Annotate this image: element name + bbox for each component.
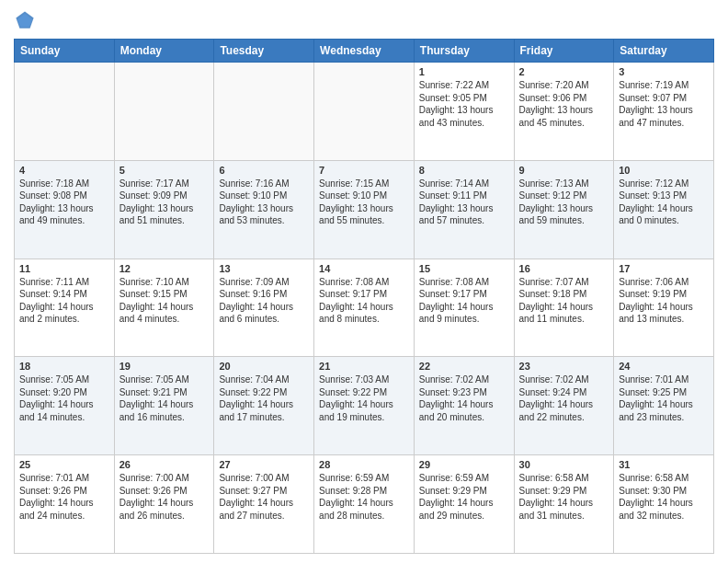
calendar-cell: 17Sunrise: 7:06 AM Sunset: 9:19 PM Dayli… (614, 259, 714, 357)
day-number: 12 (119, 263, 210, 274)
day-number: 28 (319, 459, 409, 470)
day-number: 27 (219, 459, 309, 470)
day-number: 14 (319, 263, 409, 274)
day-number: 29 (419, 459, 509, 470)
day-info: Sunrise: 7:17 AM Sunset: 9:09 PM Dayligh… (119, 178, 210, 227)
calendar-header-row: SundayMondayTuesdayWednesdayThursdayFrid… (15, 40, 714, 63)
calendar-cell: 31Sunrise: 6:58 AM Sunset: 9:30 PM Dayli… (614, 455, 714, 554)
day-number: 1 (419, 66, 509, 77)
calendar-header-wednesday: Wednesday (314, 40, 415, 63)
day-number: 10 (619, 165, 709, 176)
day-info: Sunrise: 7:02 AM Sunset: 9:23 PM Dayligh… (419, 373, 509, 423)
day-info: Sunrise: 7:00 AM Sunset: 9:27 PM Dayligh… (219, 472, 309, 522)
calendar-header-sunday: Sunday (15, 40, 115, 63)
calendar-header-tuesday: Tuesday (214, 40, 314, 63)
day-info: Sunrise: 7:08 AM Sunset: 9:17 PM Dayligh… (419, 276, 509, 326)
calendar-cell: 6Sunrise: 7:16 AM Sunset: 9:10 PM Daylig… (214, 160, 314, 259)
day-info: Sunrise: 7:06 AM Sunset: 9:19 PM Dayligh… (619, 276, 709, 326)
calendar-cell: 1Sunrise: 7:22 AM Sunset: 9:05 PM Daylig… (414, 63, 514, 161)
day-info: Sunrise: 7:11 AM Sunset: 9:14 PM Dayligh… (19, 276, 109, 326)
day-info: Sunrise: 7:01 AM Sunset: 9:26 PM Dayligh… (19, 472, 109, 522)
calendar-table: SundayMondayTuesdayWednesdayThursdayFrid… (14, 39, 714, 554)
logo-icon (14, 9, 36, 31)
calendar-header-monday: Monday (114, 40, 214, 63)
day-number: 15 (419, 263, 509, 274)
calendar-cell (214, 63, 314, 161)
calendar-cell: 30Sunrise: 6:58 AM Sunset: 9:29 PM Dayli… (514, 455, 614, 554)
day-info: Sunrise: 6:58 AM Sunset: 9:30 PM Dayligh… (619, 472, 709, 522)
day-info: Sunrise: 7:10 AM Sunset: 9:15 PM Dayligh… (119, 276, 210, 326)
day-number: 31 (619, 459, 709, 470)
calendar-cell: 2Sunrise: 7:20 AM Sunset: 9:06 PM Daylig… (514, 63, 614, 161)
calendar-cell: 14Sunrise: 7:08 AM Sunset: 9:17 PM Dayli… (314, 259, 415, 357)
day-info: Sunrise: 7:05 AM Sunset: 9:21 PM Dayligh… (119, 373, 210, 423)
day-info: Sunrise: 7:14 AM Sunset: 9:11 PM Dayligh… (419, 178, 509, 227)
calendar-cell: 23Sunrise: 7:02 AM Sunset: 9:24 PM Dayli… (514, 357, 614, 455)
logo (14, 9, 40, 31)
calendar-cell: 13Sunrise: 7:09 AM Sunset: 9:16 PM Dayli… (214, 259, 314, 357)
day-number: 6 (219, 165, 309, 176)
calendar-header-saturday: Saturday (614, 40, 714, 63)
day-number: 4 (19, 165, 109, 176)
day-info: Sunrise: 7:15 AM Sunset: 9:10 PM Dayligh… (319, 178, 409, 227)
day-info: Sunrise: 7:05 AM Sunset: 9:20 PM Dayligh… (19, 373, 109, 423)
day-number: 22 (419, 361, 509, 372)
day-number: 23 (519, 361, 609, 372)
calendar-cell: 9Sunrise: 7:13 AM Sunset: 9:12 PM Daylig… (514, 160, 614, 259)
calendar-cell (15, 63, 115, 161)
day-info: Sunrise: 7:02 AM Sunset: 9:24 PM Dayligh… (519, 373, 609, 423)
calendar-cell: 25Sunrise: 7:01 AM Sunset: 9:26 PM Dayli… (15, 455, 115, 554)
day-info: Sunrise: 7:12 AM Sunset: 9:13 PM Dayligh… (619, 178, 709, 227)
week-row-3: 11Sunrise: 7:11 AM Sunset: 9:14 PM Dayli… (15, 259, 714, 357)
header (14, 9, 714, 31)
day-info: Sunrise: 7:03 AM Sunset: 9:22 PM Dayligh… (319, 373, 409, 423)
calendar-cell: 24Sunrise: 7:01 AM Sunset: 9:25 PM Dayli… (614, 357, 714, 455)
day-info: Sunrise: 6:58 AM Sunset: 9:29 PM Dayligh… (519, 472, 609, 522)
day-number: 13 (219, 263, 309, 274)
day-info: Sunrise: 7:16 AM Sunset: 9:10 PM Dayligh… (219, 178, 309, 227)
calendar-cell: 8Sunrise: 7:14 AM Sunset: 9:11 PM Daylig… (414, 160, 514, 259)
week-row-5: 25Sunrise: 7:01 AM Sunset: 9:26 PM Dayli… (15, 455, 714, 554)
calendar-cell: 12Sunrise: 7:10 AM Sunset: 9:15 PM Dayli… (114, 259, 214, 357)
calendar-header-thursday: Thursday (414, 40, 514, 63)
day-number: 21 (319, 361, 409, 372)
calendar-cell (114, 63, 214, 161)
calendar-cell: 26Sunrise: 7:00 AM Sunset: 9:26 PM Dayli… (114, 455, 214, 554)
calendar-cell: 27Sunrise: 7:00 AM Sunset: 9:27 PM Dayli… (214, 455, 314, 554)
calendar-cell: 7Sunrise: 7:15 AM Sunset: 9:10 PM Daylig… (314, 160, 415, 259)
day-number: 8 (419, 165, 509, 176)
calendar-cell: 19Sunrise: 7:05 AM Sunset: 9:21 PM Dayli… (114, 357, 214, 455)
calendar-cell: 18Sunrise: 7:05 AM Sunset: 9:20 PM Dayli… (15, 357, 115, 455)
day-number: 25 (19, 459, 109, 470)
day-number: 26 (119, 459, 210, 470)
calendar-cell: 5Sunrise: 7:17 AM Sunset: 9:09 PM Daylig… (114, 160, 214, 259)
day-info: Sunrise: 7:20 AM Sunset: 9:06 PM Dayligh… (519, 79, 609, 129)
day-number: 9 (519, 165, 609, 176)
day-number: 7 (319, 165, 409, 176)
week-row-1: 1Sunrise: 7:22 AM Sunset: 9:05 PM Daylig… (15, 63, 714, 161)
calendar-cell: 29Sunrise: 6:59 AM Sunset: 9:29 PM Dayli… (414, 455, 514, 554)
calendar-cell: 16Sunrise: 7:07 AM Sunset: 9:18 PM Dayli… (514, 259, 614, 357)
calendar-cell: 28Sunrise: 6:59 AM Sunset: 9:28 PM Dayli… (314, 455, 415, 554)
calendar-cell: 22Sunrise: 7:02 AM Sunset: 9:23 PM Dayli… (414, 357, 514, 455)
day-info: Sunrise: 6:59 AM Sunset: 9:29 PM Dayligh… (419, 472, 509, 522)
day-number: 17 (619, 263, 709, 274)
day-info: Sunrise: 7:13 AM Sunset: 9:12 PM Dayligh… (519, 178, 609, 227)
page: SundayMondayTuesdayWednesdayThursdayFrid… (0, 0, 728, 563)
day-info: Sunrise: 7:01 AM Sunset: 9:25 PM Dayligh… (619, 373, 709, 423)
calendar-header-friday: Friday (514, 40, 614, 63)
calendar-cell: 20Sunrise: 7:04 AM Sunset: 9:22 PM Dayli… (214, 357, 314, 455)
day-number: 3 (619, 66, 709, 77)
day-number: 24 (619, 361, 709, 372)
day-info: Sunrise: 7:19 AM Sunset: 9:07 PM Dayligh… (619, 79, 709, 129)
week-row-2: 4Sunrise: 7:18 AM Sunset: 9:08 PM Daylig… (15, 160, 714, 259)
day-number: 16 (519, 263, 609, 274)
day-number: 30 (519, 459, 609, 470)
day-info: Sunrise: 7:07 AM Sunset: 9:18 PM Dayligh… (519, 276, 609, 326)
day-number: 20 (219, 361, 309, 372)
day-info: Sunrise: 7:09 AM Sunset: 9:16 PM Dayligh… (219, 276, 309, 326)
calendar-cell: 11Sunrise: 7:11 AM Sunset: 9:14 PM Dayli… (15, 259, 115, 357)
day-info: Sunrise: 6:59 AM Sunset: 9:28 PM Dayligh… (319, 472, 409, 522)
day-info: Sunrise: 7:22 AM Sunset: 9:05 PM Dayligh… (419, 79, 509, 129)
day-number: 19 (119, 361, 210, 372)
